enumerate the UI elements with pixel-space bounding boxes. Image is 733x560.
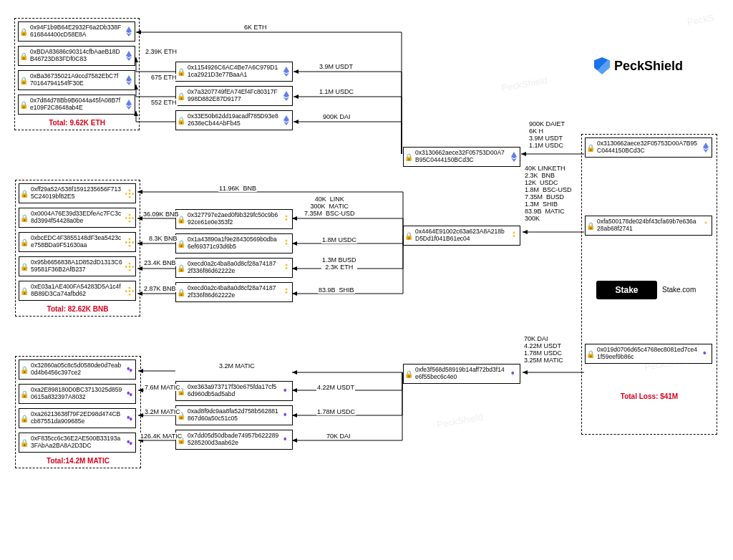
address: 0x95b6656838A1D852dD1313C659581F36B2AfB2…	[29, 259, 124, 274]
eth-icon	[281, 115, 292, 125]
eth-icon	[281, 67, 292, 77]
bnb-icon	[124, 261, 135, 271]
lock-icon: 🔒	[586, 144, 596, 152]
group-total: Total: 82.62K BNB	[19, 305, 137, 313]
edge-label: 70K DAI	[326, 433, 351, 440]
addr-box: 🔒0x7d84d78Bb9B6044a45fA08B7fe109F2C8648a…	[18, 95, 135, 115]
lock-icon: 🔒	[19, 238, 29, 246]
bnb-icon	[281, 238, 292, 248]
edge-label: 36.09K BNB	[142, 211, 180, 218]
lock-icon: 🔒	[19, 28, 29, 36]
lock-icon: 🔒	[19, 415, 29, 423]
stake-logo: Stake	[596, 281, 657, 299]
addr-box: 🔒0x327797e2aed0f9b329fc50c9b692ce61e0e35…	[175, 209, 293, 229]
shield-icon	[594, 57, 610, 74]
lock-icon: 🔒	[19, 263, 29, 271]
bnb-icon	[124, 237, 135, 247]
eth-mid-col: 🔒0x1154926C6AC4Be7A6C979D11ca2921D3e77Ba…	[175, 62, 293, 130]
matic-mid-col: 🔒0xe363a973717f30e675fda17cf56d960db5ad5…	[175, 381, 293, 450]
edge-label: 11.96K BNB	[218, 185, 257, 192]
edge-label: 126.4K MATIC	[140, 433, 183, 440]
matic-hub: 🔒0xfe3f568d58919b14aff72bd3f14e6f55bec6c…	[403, 364, 520, 384]
group-eth-dest: 🔒0x94F1b9B64E2932F6a2Db338F616844400cD58…	[14, 18, 140, 130]
bnb-mid-col: 🔒0x327797e2aed0f9b329fc50c9b692ce61e0e35…	[175, 209, 293, 302]
address: 0xF835cc6c36E2AE500B33193a3FAbAa2BA8A2D3…	[29, 435, 124, 450]
address: 0x019d0706d65c4768ec8081ed7ce41f59eef9b8…	[596, 347, 700, 361]
group-total: Total: 9.62K ETH	[18, 119, 136, 127]
bnb-icon	[124, 213, 135, 223]
edge-label: 3.2M MATIC	[144, 408, 181, 415]
address: 0x7d84d78Bb9B6044a45fA08B7fe109F2C8648ab…	[29, 97, 123, 112]
edge-label: 23.4K BNB	[143, 259, 177, 266]
edge-label: 8.3K BNB	[148, 235, 178, 242]
addr-box: 🔒0x7a3207749fEA74Ef4Fc80317F998D882E87D9…	[175, 86, 293, 106]
lock-icon: 🔒	[176, 264, 186, 272]
edge-label: 3.9M USDT	[319, 63, 354, 70]
polygon-icon	[700, 349, 712, 359]
addr-box: 🔒0xE03a1AE400FA54283D5A1c4f8B89D3Ca74afb…	[19, 281, 136, 301]
addr-box: 🔒0x1a43890a1f9e28430569b0dba6ef69371c93d…	[175, 233, 293, 254]
bnb-icon	[124, 286, 135, 296]
lock-icon: 🔒	[176, 289, 186, 296]
edge-label: 70K DAI 4.22M USDT 1.78M USDC 3.25M MATI…	[523, 335, 564, 364]
addr-box: 🔒0xecd0a2c4ba8a0d8cf28a741872f336f86d622…	[175, 282, 293, 302]
addr-box: 🔒0x1154926C6AC4Be7A6C979D11ca2921D3e77Ba…	[175, 62, 293, 82]
address: 0xecd0a2c4ba8a0d8cf28a741872f336f86d6222…	[186, 285, 281, 299]
bnb-icon	[281, 287, 292, 297]
addr-box: 🔒0x33E50b62dd19acadf785D93e82638eCb44AbF…	[175, 110, 293, 130]
group-bnb-dest: 🔒0xff29a52A538f1591235656F7135C24019bf82…	[15, 180, 140, 317]
lock-icon: 🔒	[19, 190, 29, 198]
total-loss: Total Loss: $41M	[585, 392, 714, 400]
polygon-icon	[281, 435, 292, 445]
address: 0x3130662aece32F05753D00A7B95C0444150BCd…	[596, 140, 700, 155]
stake-text: Stake	[615, 285, 638, 295]
edge-label: 900K DAIET 6K H 3.9M USDT 1.1M USDC	[528, 120, 565, 149]
polygon-icon	[281, 386, 292, 396]
address: 0xfe3f568d58919b14aff72bd3f14e6f55bec6c4…	[414, 367, 508, 381]
addr-box: 🔒0xe363a973717f30e675fda17cf56d960db5ad5…	[175, 381, 293, 401]
lock-icon: 🔒	[19, 52, 29, 60]
address: 0xE03a1AE400FA54283D5A1c4f8B89D3Ca74afbd…	[29, 284, 124, 298]
edge-label: 1.78M USDC	[316, 408, 356, 415]
addr-box: 🔒0x95b6656838A1D852dD1313C659581F36B2AfB…	[19, 256, 136, 276]
address: 0xad8f9dc9aa8fa52d758b562881867d60a50c51…	[186, 408, 281, 423]
addr-box: 🔒0xBa36735021A9ccd7582EbC7f70164794154fF…	[18, 70, 135, 90]
lock-icon: 🔒	[586, 222, 596, 230]
bnb-icon	[124, 188, 135, 198]
edge-label: 1.1M USDC	[319, 88, 354, 95]
lock-icon: 🔒	[176, 92, 186, 100]
polygon-icon	[124, 389, 135, 399]
edge-label: 6K ETH	[243, 24, 268, 31]
lock-icon: 🔒	[19, 366, 29, 374]
polygon-icon	[124, 365, 135, 375]
address: 0xBa36735021A9ccd7582EbC7f70164794154fF3…	[29, 73, 123, 87]
addr-box: 🔒0x3130662aece32F05753D00A7B95C0444150BC…	[585, 137, 712, 158]
address: 0xa26213638f79F2ED98d474CBcb87551da90968…	[29, 411, 124, 425]
addr-box: 🔒0xff29a52A538f1591235656F7135C24019bf82…	[19, 183, 136, 203]
edge-label: 2.87K BNB	[143, 285, 177, 292]
bnb-icon	[281, 263, 292, 273]
address: 0x4464E91002c63a623A8A218bD5Dd1f041B61ec…	[414, 228, 508, 243]
addr-box: 🔒0xfa500178de024bf43cfa69b7e636a28ab68f2…	[585, 216, 712, 236]
lock-icon: 🔒	[19, 101, 29, 109]
lock-icon: 🔒	[586, 350, 596, 358]
bnb-hub: 🔒0x4464E91002c63a623A8A218bD5Dd1f041B61e…	[403, 226, 520, 246]
lock-icon: 🔒	[176, 117, 186, 125]
eth-icon	[123, 75, 135, 85]
edge-label: 83.9B SHIB	[318, 286, 355, 294]
address: 0xe363a973717f30e675fda17cf56d960db5ad5a…	[186, 384, 281, 398]
lock-icon: 🔒	[404, 153, 414, 161]
eth-icon	[508, 152, 520, 162]
edge-label: 3.2M MATIC	[218, 362, 256, 370]
lock-icon: 🔒	[19, 439, 29, 447]
addr-box: 🔒0x019d0706d65c4768ec8081ed7ce41f59eef9b…	[585, 344, 712, 364]
lock-icon: 🔒	[19, 77, 29, 85]
bnb-icon	[281, 214, 292, 224]
polygon-icon	[281, 410, 292, 420]
peckshield-logo: PeckShield	[594, 57, 683, 74]
addr-box: 🔒0x94F1b9B64E2932F6a2Db338F616844400cD58…	[18, 21, 135, 42]
address: 0x327797e2aed0f9b329fc50c9b692ce61e0e353…	[186, 212, 281, 226]
edge-label: 1.8M USDC	[321, 236, 357, 243]
address: 0x33E50b62dd19acadf785D93e82638eCb44AbFb…	[186, 113, 281, 127]
lock-icon: 🔒	[19, 214, 29, 222]
